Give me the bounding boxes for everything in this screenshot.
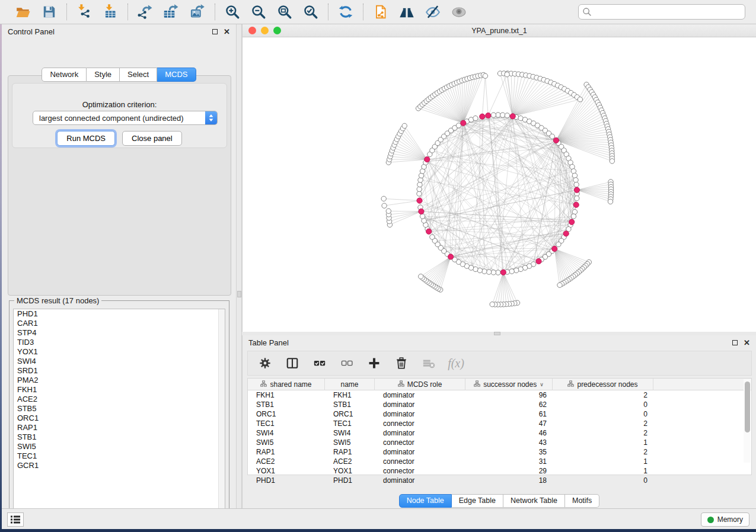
- table-row[interactable]: PHD1PHD1dominator180: [248, 476, 751, 485]
- network-node[interactable]: [509, 269, 514, 274]
- mcds-result-item[interactable]: ORC1: [14, 414, 225, 423]
- tab-motifs[interactable]: Motifs: [565, 494, 599, 508]
- zoom-out-button[interactable]: [250, 3, 267, 21]
- table-row[interactable]: RAP1RAP1dominator352: [248, 447, 751, 457]
- mcds-hub-node[interactable]: [448, 254, 454, 259]
- tab-select[interactable]: Select: [120, 68, 157, 82]
- mcds-hub-node[interactable]: [425, 157, 430, 162]
- mcds-hub-node[interactable]: [574, 187, 579, 193]
- mcds-hub-node[interactable]: [486, 113, 491, 118]
- show-columns-button[interactable]: [285, 355, 300, 371]
- mcds-hub-node[interactable]: [426, 229, 432, 234]
- network-node[interactable]: [496, 113, 500, 117]
- tab-network-table[interactable]: Network Table: [503, 494, 565, 508]
- network-node[interactable]: [482, 269, 487, 274]
- zoom-fit-button[interactable]: [276, 3, 294, 21]
- column-header-predecessor-nodes[interactable]: predecessor nodes: [553, 379, 653, 390]
- vertical-splitter[interactable]: [236, 24, 242, 508]
- network-node[interactable]: [490, 302, 495, 307]
- mcds-result-item[interactable]: SWI5: [14, 442, 225, 451]
- zoom-selected-button[interactable]: [302, 3, 320, 21]
- mcds-result-item[interactable]: RAP1: [14, 423, 225, 432]
- mcds-result-item[interactable]: PHD1: [14, 309, 225, 319]
- network-node[interactable]: [505, 72, 509, 76]
- network-node[interactable]: [382, 203, 387, 208]
- network-canvas[interactable]: [243, 37, 756, 332]
- minimize-window-icon[interactable]: [261, 27, 269, 34]
- mcds-result-item[interactable]: TEC1: [14, 451, 225, 461]
- network-node[interactable]: [572, 173, 577, 178]
- network-node[interactable]: [402, 123, 407, 128]
- clone-network-button[interactable]: [372, 3, 390, 21]
- mcds-result-item[interactable]: STB1: [14, 432, 225, 442]
- network-node[interactable]: [575, 196, 579, 201]
- close-window-icon[interactable]: [248, 27, 256, 34]
- delete-column-button[interactable]: [394, 355, 409, 371]
- network-node[interactable]: [491, 113, 496, 117]
- table-row[interactable]: ACE2ACE2connector311: [248, 457, 751, 466]
- table-scrollbar[interactable]: [744, 379, 751, 463]
- mcds-result-item[interactable]: SWI4: [14, 357, 225, 366]
- table-row[interactable]: SWI4SWI4dominator462: [248, 428, 751, 438]
- mcds-hub-node[interactable]: [569, 219, 575, 225]
- network-node[interactable]: [578, 97, 582, 102]
- column-header-shared-name[interactable]: shared name: [248, 379, 325, 390]
- unselect-all-columns-button[interactable]: [339, 355, 355, 371]
- network-node[interactable]: [386, 209, 391, 213]
- close-panel-icon[interactable]: ✕: [744, 339, 750, 347]
- zoom-window-icon[interactable]: [273, 27, 281, 34]
- network-node[interactable]: [505, 113, 509, 118]
- tab-mcds[interactable]: MCDS: [157, 68, 196, 82]
- mcds-result-item[interactable]: YOX1: [14, 347, 225, 357]
- tab-style[interactable]: Style: [87, 68, 120, 82]
- network-node[interactable]: [514, 268, 519, 273]
- network-node[interactable]: [491, 270, 496, 275]
- export-image-button[interactable]: [189, 3, 206, 21]
- network-node[interactable]: [496, 270, 500, 275]
- network-node[interactable]: [417, 191, 422, 196]
- mcds-hub-node[interactable]: [536, 258, 541, 264]
- mcds-result-item[interactable]: FKH1: [14, 385, 225, 395]
- network-node[interactable]: [483, 73, 487, 78]
- table-row[interactable]: STB1STB1dominator620: [248, 400, 751, 409]
- network-node[interactable]: [417, 187, 422, 191]
- float-panel-icon[interactable]: [212, 29, 218, 34]
- mcds-hub-node[interactable]: [510, 114, 515, 119]
- network-node[interactable]: [610, 159, 614, 164]
- import-table-button[interactable]: [101, 3, 119, 21]
- network-node[interactable]: [500, 113, 505, 117]
- add-column-button[interactable]: [366, 355, 382, 371]
- table-row[interactable]: YOX1YOX1connector291: [248, 466, 751, 476]
- table-row[interactable]: TEC1TEC1connector472: [248, 419, 751, 428]
- network-node[interactable]: [608, 199, 613, 204]
- tab-edge-table[interactable]: Edge Table: [452, 494, 503, 508]
- import-network-button[interactable]: [75, 3, 93, 21]
- mcds-hub-node[interactable]: [500, 270, 506, 275]
- network-node[interactable]: [381, 196, 386, 201]
- network-node[interactable]: [486, 270, 491, 274]
- table-row[interactable]: ORC1ORC1dominator610: [248, 409, 751, 419]
- network-node[interactable]: [557, 283, 562, 287]
- mcds-result-item[interactable]: PMA2: [14, 376, 225, 385]
- select-all-columns-button[interactable]: [312, 355, 327, 371]
- memory-button[interactable]: Memory: [701, 512, 749, 527]
- mcds-hub-node[interactable]: [419, 209, 424, 214]
- network-node[interactable]: [418, 178, 423, 182]
- network-node[interactable]: [473, 116, 478, 120]
- first-neighbors-button[interactable]: [398, 3, 416, 21]
- table-settings-button[interactable]: [257, 355, 273, 371]
- refresh-view-button[interactable]: [337, 3, 355, 21]
- network-node[interactable]: [420, 214, 425, 219]
- mcds-result-item[interactable]: ACE2: [14, 395, 225, 404]
- network-node[interactable]: [556, 242, 561, 246]
- mcds-hub-node[interactable]: [480, 114, 485, 119]
- search-input[interactable]: [578, 4, 745, 20]
- export-table-button[interactable]: [162, 3, 180, 21]
- network-node[interactable]: [573, 178, 578, 182]
- network-view[interactable]: [243, 37, 756, 332]
- mcds-result-item[interactable]: CAR1: [14, 319, 225, 328]
- network-node[interactable]: [574, 182, 579, 187]
- mcds-hub-node[interactable]: [461, 120, 466, 126]
- zoom-in-button[interactable]: [224, 3, 241, 21]
- network-titlebar[interactable]: YPA_prune.txt_1: [243, 24, 756, 37]
